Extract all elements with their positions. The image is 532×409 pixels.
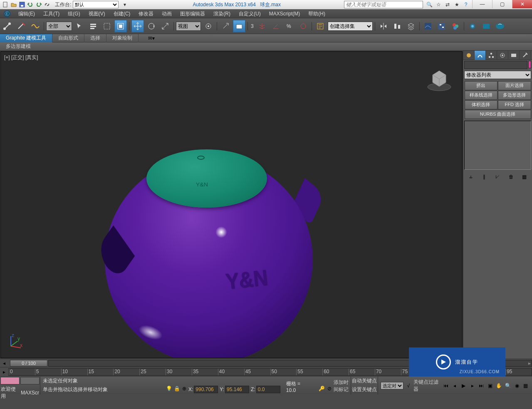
angle-snap-icon[interactable]: [270, 20, 282, 32]
undo-icon[interactable]: [27, 1, 34, 8]
unique-icon[interactable]: ⩗: [493, 172, 502, 181]
setkey-button[interactable]: 设置关键点: [352, 386, 377, 393]
bind-space-warp-icon[interactable]: [29, 20, 42, 32]
next-frame-icon[interactable]: ▸: [469, 382, 476, 390]
menu-views[interactable]: 视图(V): [84, 9, 109, 18]
pin-stack-icon[interactable]: ⥿: [466, 172, 475, 181]
menu-help[interactable]: 帮助(H): [304, 9, 329, 18]
layers-icon[interactable]: [405, 20, 417, 32]
autokey-button[interactable]: 自动关键点: [352, 377, 377, 384]
align-icon[interactable]: [391, 20, 403, 32]
keyboard-shortcut-icon[interactable]: [233, 20, 245, 32]
play-icon[interactable]: ▶: [460, 382, 468, 390]
isolate-icon[interactable]: ▣: [487, 382, 494, 390]
tab-hierarchy-icon[interactable]: [486, 51, 497, 60]
window-crossing-icon[interactable]: [114, 20, 127, 32]
y-coord[interactable]: [225, 386, 249, 393]
prev-frame-icon[interactable]: ◂: [451, 382, 458, 390]
workspace-select[interactable]: 默认: [73, 1, 119, 8]
goto-end-icon[interactable]: ⏭: [478, 382, 485, 390]
menu-rendering[interactable]: 渲染(R): [209, 9, 235, 18]
curve-editor-icon[interactable]: [422, 20, 434, 32]
btn-extrude[interactable]: 挤出: [465, 81, 498, 90]
new-icon[interactable]: [2, 1, 9, 8]
timeslider-toggle-icon[interactable]: ◂: [0, 359, 8, 367]
star-icon[interactable]: ☆: [435, 1, 442, 8]
rect-region-icon[interactable]: [101, 20, 113, 32]
workspace-dropdown-icon[interactable]: ▾: [120, 0, 129, 9]
ribbon-tab-graphite[interactable]: Graphite 建模工具: [0, 34, 52, 42]
material-editor-icon[interactable]: [449, 20, 462, 32]
keyword-search[interactable]: [344, 1, 423, 8]
btn-spline-select[interactable]: 样条线选择: [465, 91, 498, 100]
modifier-list[interactable]: 修改器列表: [464, 71, 531, 79]
menu-group[interactable]: 组(G): [64, 9, 84, 18]
mirror-icon[interactable]: [377, 20, 390, 32]
tab-modify-icon[interactable]: [475, 51, 486, 60]
menu-grapheditors[interactable]: 图形编辑器: [176, 9, 209, 18]
viewcube[interactable]: [425, 64, 454, 93]
pan-icon[interactable]: ✋: [495, 382, 503, 390]
orbit-icon[interactable]: ◉: [513, 382, 520, 390]
scale-icon[interactable]: [159, 20, 171, 32]
viewport-label[interactable]: [+] [正交] [真实]: [4, 54, 38, 61]
help-icon[interactable]: ?: [462, 1, 470, 8]
named-selection-set[interactable]: 创建选择集: [328, 22, 373, 31]
move-icon[interactable]: [131, 20, 144, 32]
render-production-icon[interactable]: [494, 20, 506, 32]
unlink-icon[interactable]: [15, 20, 28, 32]
abs-rel-icon[interactable]: ⊕: [182, 384, 187, 393]
macro-slot[interactable]: [20, 377, 40, 384]
menu-create[interactable]: 创建(C): [109, 9, 135, 18]
tab-utilities-icon[interactable]: [520, 51, 531, 60]
time-tag-icon[interactable]: ⊘: [327, 384, 332, 393]
btn-ffd-select[interactable]: FFD 选择: [498, 100, 531, 109]
object-color-swatch[interactable]: [528, 61, 531, 68]
schematic-view-icon[interactable]: [435, 20, 448, 32]
menu-tools[interactable]: 工具(T): [39, 9, 64, 18]
snap-3d-icon[interactable]: [256, 20, 268, 32]
percent-snap-icon[interactable]: %: [283, 20, 296, 32]
configure-sets-icon[interactable]: ▦: [520, 172, 529, 181]
trackbar-open-icon[interactable]: ▸: [0, 368, 8, 376]
menu-maxscript[interactable]: MAXScript(M): [265, 9, 304, 18]
tab-display-icon[interactable]: [508, 51, 520, 60]
ribbon-tab-freeform[interactable]: 自由形式: [52, 34, 84, 42]
select-name-icon[interactable]: [87, 20, 99, 32]
tab-create-icon[interactable]: [463, 51, 475, 60]
z-coord[interactable]: [256, 386, 280, 393]
redo-icon[interactable]: [35, 1, 42, 8]
maximize-button[interactable]: ▢: [492, 0, 512, 8]
rendered-frame-icon[interactable]: [480, 20, 492, 32]
goto-start-icon[interactable]: ⏮: [442, 382, 450, 390]
object-name-field[interactable]: [464, 61, 527, 69]
close-button[interactable]: ✕: [512, 0, 532, 8]
btn-nurbs-select[interactable]: NURBS 曲面选择: [465, 110, 531, 119]
key-filters-icon[interactable]: √: [405, 382, 412, 390]
spinner-snap-icon[interactable]: [297, 20, 309, 32]
ribbon-mail-icon[interactable]: ✉▾: [147, 34, 156, 43]
lock-selection-icon[interactable]: 💡: [166, 384, 172, 393]
btn-vol-select[interactable]: 体积选择: [465, 100, 498, 109]
ribbon-subtab-poly[interactable]: 多边形建模: [0, 42, 37, 51]
exchange-icon[interactable]: ⇄: [444, 1, 451, 8]
menu-modifiers[interactable]: 修改器: [134, 9, 158, 18]
save-icon[interactable]: [18, 1, 26, 8]
open-icon[interactable]: [10, 1, 17, 8]
manipulate-icon[interactable]: [219, 20, 232, 32]
maxscript-label[interactable]: MAXScr: [21, 390, 39, 396]
tab-motion-icon[interactable]: [497, 51, 508, 60]
add-time-marker[interactable]: 添加时间标记: [334, 379, 351, 393]
key-icon[interactable]: 🔑: [319, 384, 325, 393]
selection-filter[interactable]: 全部: [46, 22, 72, 31]
max-viewport-icon[interactable]: ▦: [522, 382, 530, 390]
binoculars-icon[interactable]: 🔍: [426, 1, 433, 8]
btn-poly-select[interactable]: 多边形选择: [498, 91, 531, 100]
key-selection-mode[interactable]: 选定对: [381, 382, 403, 389]
use-center-icon[interactable]: [202, 20, 215, 32]
named-sel-edit-icon[interactable]: [314, 20, 327, 32]
render-setup-icon[interactable]: [466, 20, 479, 32]
ribbon-tab-paint[interactable]: 对象绘制: [106, 34, 139, 42]
modifier-stack[interactable]: [464, 121, 531, 170]
viewport[interactable]: [+] [正交] [真实] Y&N Y&N zxy: [0, 51, 463, 358]
